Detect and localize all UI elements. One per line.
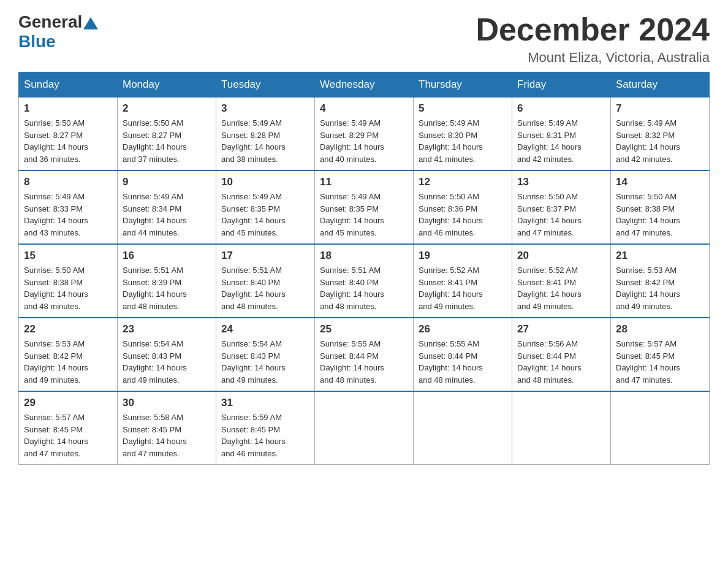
day-info: Sunrise: 5:50 AM Sunset: 8:27 PM Dayligh… <box>24 117 112 165</box>
table-row: 22 Sunrise: 5:53 AM Sunset: 8:42 PM Dayl… <box>19 318 118 391</box>
table-row: 4 Sunrise: 5:49 AM Sunset: 8:29 PM Dayli… <box>315 98 414 171</box>
table-row: 20 Sunrise: 5:52 AM Sunset: 8:41 PM Dayl… <box>512 244 611 318</box>
day-info: Sunrise: 5:49 AM Sunset: 8:32 PM Dayligh… <box>616 117 704 165</box>
day-info: Sunrise: 5:50 AM Sunset: 8:38 PM Dayligh… <box>616 191 704 239</box>
logo-general-text: General <box>18 12 82 32</box>
day-number: 18 <box>320 250 408 262</box>
day-number: 29 <box>24 397 112 409</box>
day-number: 13 <box>517 176 605 188</box>
table-row: 27 Sunrise: 5:56 AM Sunset: 8:44 PM Dayl… <box>512 318 611 391</box>
day-number: 17 <box>221 250 309 262</box>
table-row: 12 Sunrise: 5:50 AM Sunset: 8:36 PM Dayl… <box>414 170 512 244</box>
day-number: 20 <box>517 250 605 262</box>
day-info: Sunrise: 5:49 AM Sunset: 8:34 PM Dayligh… <box>123 191 211 239</box>
table-row: 13 Sunrise: 5:50 AM Sunset: 8:37 PM Dayl… <box>512 170 611 244</box>
table-row: 3 Sunrise: 5:49 AM Sunset: 8:28 PM Dayli… <box>216 98 315 171</box>
table-row: 30 Sunrise: 5:58 AM Sunset: 8:45 PM Dayl… <box>118 391 216 465</box>
table-row: 9 Sunrise: 5:49 AM Sunset: 8:34 PM Dayli… <box>118 170 216 244</box>
day-info: Sunrise: 5:58 AM Sunset: 8:45 PM Dayligh… <box>123 412 211 459</box>
day-number: 14 <box>616 176 704 188</box>
day-number: 15 <box>24 250 112 262</box>
day-number: 5 <box>419 102 507 115</box>
table-row: 1 Sunrise: 5:50 AM Sunset: 8:27 PM Dayli… <box>19 98 118 171</box>
table-row: 18 Sunrise: 5:51 AM Sunset: 8:40 PM Dayl… <box>315 244 414 318</box>
day-info: Sunrise: 5:49 AM Sunset: 8:35 PM Dayligh… <box>320 191 408 239</box>
table-row: 11 Sunrise: 5:49 AM Sunset: 8:35 PM Dayl… <box>315 170 414 244</box>
day-info: Sunrise: 5:50 AM Sunset: 8:38 PM Dayligh… <box>24 264 112 312</box>
calendar-week-row: 8 Sunrise: 5:49 AM Sunset: 8:33 PM Dayli… <box>19 170 710 244</box>
table-row <box>512 391 611 465</box>
day-info: Sunrise: 5:56 AM Sunset: 8:44 PM Dayligh… <box>517 338 605 386</box>
table-row: 19 Sunrise: 5:52 AM Sunset: 8:41 PM Dayl… <box>414 244 512 318</box>
day-info: Sunrise: 5:49 AM Sunset: 8:30 PM Dayligh… <box>419 117 507 165</box>
day-number: 28 <box>616 323 704 335</box>
header-tuesday: Tuesday <box>216 72 315 98</box>
calendar-header-row: Sunday Monday Tuesday Wednesday Thursday… <box>19 72 710 98</box>
logo-triangle-icon <box>83 17 98 29</box>
day-number: 26 <box>419 323 507 335</box>
day-info: Sunrise: 5:53 AM Sunset: 8:42 PM Dayligh… <box>24 338 112 386</box>
calendar-week-row: 29 Sunrise: 5:57 AM Sunset: 8:45 PM Dayl… <box>19 391 710 465</box>
table-row: 24 Sunrise: 5:54 AM Sunset: 8:43 PM Dayl… <box>216 318 315 391</box>
day-info: Sunrise: 5:51 AM Sunset: 8:40 PM Dayligh… <box>320 264 408 312</box>
day-number: 10 <box>221 176 309 188</box>
day-info: Sunrise: 5:54 AM Sunset: 8:43 PM Dayligh… <box>123 338 211 386</box>
day-number: 21 <box>616 250 704 262</box>
table-row: 5 Sunrise: 5:49 AM Sunset: 8:30 PM Dayli… <box>414 98 512 171</box>
table-row: 21 Sunrise: 5:53 AM Sunset: 8:42 PM Dayl… <box>611 244 710 318</box>
header-sunday: Sunday <box>19 72 118 98</box>
table-row: 2 Sunrise: 5:50 AM Sunset: 8:27 PM Dayli… <box>118 98 216 171</box>
logo-blue-text: Blue <box>18 32 56 51</box>
table-row: 16 Sunrise: 5:51 AM Sunset: 8:39 PM Dayl… <box>118 244 216 318</box>
day-number: 30 <box>123 397 211 409</box>
table-row: 14 Sunrise: 5:50 AM Sunset: 8:38 PM Dayl… <box>611 170 710 244</box>
logo: General Blue <box>18 12 99 52</box>
day-number: 7 <box>616 102 704 115</box>
day-info: Sunrise: 5:57 AM Sunset: 8:45 PM Dayligh… <box>24 412 112 459</box>
day-number: 11 <box>320 176 408 188</box>
day-number: 8 <box>24 176 112 188</box>
day-info: Sunrise: 5:53 AM Sunset: 8:42 PM Dayligh… <box>616 264 704 312</box>
calendar-week-row: 1 Sunrise: 5:50 AM Sunset: 8:27 PM Dayli… <box>19 98 710 171</box>
day-number: 16 <box>123 250 211 262</box>
month-title: December 2024 <box>476 12 710 47</box>
location-title: Mount Eliza, Victoria, Australia <box>476 50 710 66</box>
day-info: Sunrise: 5:54 AM Sunset: 8:43 PM Dayligh… <box>221 338 309 386</box>
day-number: 6 <box>517 102 605 115</box>
day-number: 25 <box>320 323 408 335</box>
table-row: 17 Sunrise: 5:51 AM Sunset: 8:40 PM Dayl… <box>216 244 315 318</box>
day-info: Sunrise: 5:57 AM Sunset: 8:45 PM Dayligh… <box>616 338 704 386</box>
day-info: Sunrise: 5:51 AM Sunset: 8:40 PM Dayligh… <box>221 264 309 312</box>
table-row: 8 Sunrise: 5:49 AM Sunset: 8:33 PM Dayli… <box>19 170 118 244</box>
day-number: 4 <box>320 102 408 115</box>
day-info: Sunrise: 5:55 AM Sunset: 8:44 PM Dayligh… <box>419 338 507 386</box>
calendar-table: Sunday Monday Tuesday Wednesday Thursday… <box>18 72 710 465</box>
day-info: Sunrise: 5:50 AM Sunset: 8:27 PM Dayligh… <box>123 117 211 165</box>
day-info: Sunrise: 5:59 AM Sunset: 8:45 PM Dayligh… <box>221 412 309 459</box>
table-row: 7 Sunrise: 5:49 AM Sunset: 8:32 PM Dayli… <box>611 98 710 171</box>
day-info: Sunrise: 5:55 AM Sunset: 8:44 PM Dayligh… <box>320 338 408 386</box>
day-info: Sunrise: 5:52 AM Sunset: 8:41 PM Dayligh… <box>517 264 605 312</box>
table-row <box>611 391 710 465</box>
day-info: Sunrise: 5:49 AM Sunset: 8:28 PM Dayligh… <box>221 117 309 165</box>
day-info: Sunrise: 5:49 AM Sunset: 8:29 PM Dayligh… <box>320 117 408 165</box>
day-info: Sunrise: 5:49 AM Sunset: 8:33 PM Dayligh… <box>24 191 112 239</box>
calendar-week-row: 15 Sunrise: 5:50 AM Sunset: 8:38 PM Dayl… <box>19 244 710 318</box>
day-number: 9 <box>123 176 211 188</box>
day-number: 23 <box>123 323 211 335</box>
table-row <box>315 391 414 465</box>
header-thursday: Thursday <box>414 72 512 98</box>
day-info: Sunrise: 5:50 AM Sunset: 8:36 PM Dayligh… <box>419 191 507 239</box>
table-row: 28 Sunrise: 5:57 AM Sunset: 8:45 PM Dayl… <box>611 318 710 391</box>
title-area: December 2024 Mount Eliza, Victoria, Aus… <box>476 12 710 66</box>
day-number: 27 <box>517 323 605 335</box>
day-number: 31 <box>221 397 309 409</box>
day-info: Sunrise: 5:52 AM Sunset: 8:41 PM Dayligh… <box>419 264 507 312</box>
table-row: 6 Sunrise: 5:49 AM Sunset: 8:31 PM Dayli… <box>512 98 611 171</box>
day-number: 24 <box>221 323 309 335</box>
table-row: 26 Sunrise: 5:55 AM Sunset: 8:44 PM Dayl… <box>414 318 512 391</box>
header-friday: Friday <box>512 72 611 98</box>
day-number: 19 <box>419 250 507 262</box>
day-number: 22 <box>24 323 112 335</box>
day-number: 2 <box>123 102 211 115</box>
